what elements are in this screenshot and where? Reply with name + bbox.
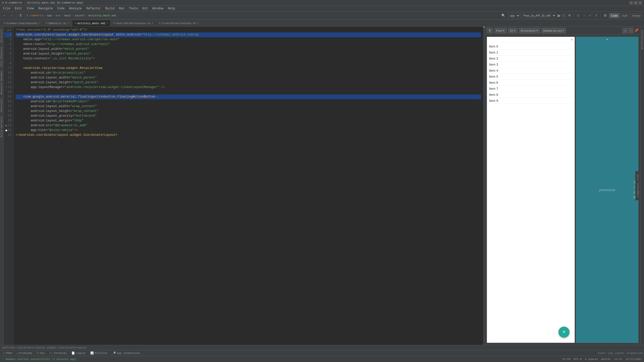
line-21-num: ▶ 21 [5, 123, 12, 128]
menu-tools[interactable]: Tools [127, 6, 140, 11]
menu-code[interactable]: Code [55, 6, 67, 11]
menu-run[interactable]: Run [117, 6, 127, 11]
code-line-21: android:src="@drawable/ic_add" [16, 123, 481, 128]
preview-item-4: Item 4 [489, 68, 573, 74]
project-name: E-commerce [27, 14, 43, 17]
tab-close-db-module[interactable]: × [68, 22, 69, 25]
toolbar-sep-path4: > [72, 14, 74, 17]
sidebar-structure[interactable]: Structure [0, 28, 3, 44]
menu-git[interactable]: Git [141, 6, 150, 11]
tab-close-search-order[interactable]: × [152, 22, 153, 25]
back-button[interactable]: ← [2, 13, 8, 19]
code-line-13: app:layoutManager="androidx.recyclerview… [16, 85, 481, 90]
bottom-tab-todo[interactable]: ☐ TODO [1, 351, 14, 355]
menu-window[interactable]: Window [150, 6, 165, 11]
menu-help[interactable]: Help [166, 6, 177, 11]
blueprint-product-list-label: productList [599, 188, 615, 192]
device-select[interactable]: Pixel_3a_API_30_x86 [521, 13, 556, 18]
line-5-num: 5 [5, 47, 12, 52]
push-btn[interactable]: ⇧ [594, 13, 599, 19]
menu-refactor[interactable]: Refactor [84, 6, 103, 11]
tab-label-search-order: SearchOrderUseCase.kt [116, 22, 151, 25]
bottom-tab-app-inspection[interactable]: 🔎 App Inspection [110, 351, 142, 355]
project-sidebar: Structure Pull Requests Resource Manager… [0, 27, 4, 345]
title-bar: ◆ E-commerce - activity_main.xml [E-comm… [0, 0, 644, 6]
tab-close-create-order[interactable]: × [197, 22, 199, 25]
toolbar-sep-1 [16, 13, 16, 18]
layout-inspection-label[interactable]: Layout Inspection [615, 352, 643, 355]
kotlin-icon-2: K [46, 22, 47, 25]
preview-locale-btn[interactable]: Default (en-us) ▼ [542, 28, 566, 33]
search-everywhere-btn[interactable]: 🔍 [500, 13, 507, 19]
menu-edit[interactable]: Edit [13, 6, 24, 11]
title-bar-controls[interactable]: – □ ✕ [629, 1, 642, 5]
recent-files-button[interactable]: ☰ [18, 13, 23, 19]
line-15-num: 15 [5, 95, 12, 99]
toolbar-sep-path3: > [62, 14, 63, 17]
preview-api-btn[interactable]: 31 ▼ [508, 28, 517, 33]
line-19-num: 19 [5, 114, 12, 118]
sidebar-build-variants[interactable]: Build Variants [0, 115, 3, 139]
main-content: Structure Pull Requests Resource Manager… [0, 27, 644, 345]
menu-navigate[interactable]: Navigate [36, 6, 55, 11]
git-btn[interactable]: ⬠ [576, 13, 581, 19]
view-split-btn[interactable]: Split [620, 13, 629, 18]
tab-close-activity-main[interactable]: × [106, 22, 108, 25]
view-code-btn[interactable]: Code [609, 13, 619, 18]
tab-db-module[interactable]: K DBModule.kt × [43, 20, 72, 26]
sidebar-resource-manager[interactable]: Resource Manager [0, 69, 3, 96]
toolbar-sep-4 [600, 13, 601, 18]
blueprint-preview: ▲ productList + - □ ↻ [576, 37, 638, 343]
sidebar-pull-requests[interactable]: Pull Requests [0, 45, 3, 68]
menu-view[interactable]: View [25, 6, 36, 11]
menu-build[interactable]: Build [103, 6, 116, 11]
right-tab-notifications[interactable]: Notifications [640, 28, 644, 51]
date-text: 12/11/2021 [625, 358, 642, 361]
logcat-icon: 📄 [71, 351, 75, 355]
active-file-name: activity_main.xml [88, 14, 116, 17]
tab-search-order[interactable]: K SearchOrderUseCase.kt × [111, 20, 156, 26]
line-23-num: 23 [5, 133, 12, 138]
profile-btn[interactable]: ⚙ [567, 13, 572, 19]
debug-button[interactable]: 🇰 [562, 14, 566, 18]
indentation-text: 4 spaces [585, 358, 598, 361]
menu-bar: File Edit View Navigate Code Analyze Ref… [0, 6, 644, 12]
close-button[interactable]: ✕ [638, 1, 642, 5]
fab-button[interactable]: + [558, 327, 570, 338]
preview-zoom-in[interactable]: + [623, 28, 628, 33]
tab-close-ecommerce-db[interactable]: × [39, 22, 40, 25]
bottom-tab-git[interactable]: ⬠ Git [35, 351, 47, 355]
preview-settings-btn[interactable]: ⚙ [487, 28, 493, 33]
tab-ecommerce-db[interactable]: K EcommerceDatabaseKt × [1, 20, 43, 26]
toolbar-sep-2 [25, 13, 25, 18]
minimize-button[interactable]: – [629, 1, 633, 5]
menu-analyze[interactable]: Analyze [67, 6, 84, 11]
bottom-tab-logcat[interactable]: 📄 Logcat [69, 351, 88, 355]
preview-device-btn[interactable]: Pixel ▼ [494, 28, 507, 33]
toolbar-sep-path5: > [86, 14, 87, 17]
tab-create-order[interactable]: K CreateOrderUseCase.kt × [156, 20, 202, 26]
event-log-label[interactable]: Event Log [598, 352, 613, 355]
bottom-tab-terminal[interactable]: >_ Terminal [48, 351, 69, 355]
preview-item-5: Item 5 [489, 74, 573, 80]
bottom-tab-problems[interactable]: ⚠ Problems [15, 351, 34, 355]
sidebar-favorites[interactable]: Favorites [0, 97, 3, 114]
code-content[interactable]: <?xml version="1.0" encoding="utf-8"?> <… [14, 27, 483, 345]
code-line-16: android:id="@+id/fabAddProduct" [16, 99, 481, 104]
tab-activity-main[interactable]: X activity_main.xml × [72, 20, 111, 26]
encoding-text: UTF-8 [574, 358, 582, 361]
preview-project-btn[interactable]: Ecommerce ▼ [519, 28, 540, 33]
update-btn[interactable]: ↑ [582, 13, 587, 19]
maximize-button[interactable]: □ [634, 1, 637, 5]
menu-file[interactable]: File [1, 6, 12, 11]
bottom-tab-profiler[interactable]: 📊 Profiler [88, 351, 110, 355]
forward-button[interactable]: → [9, 13, 15, 19]
component-tree-label[interactable]: Component Tree [636, 172, 640, 199]
commit-btn[interactable]: ✓ [587, 13, 593, 19]
view-design-btn[interactable]: Design [630, 13, 642, 18]
run-config-select[interactable]: app [508, 13, 520, 18]
preview-item-7: Item 7 [489, 86, 573, 92]
settings-btn[interactable]: ⚙ [602, 13, 608, 19]
run-button[interactable]: ▶ [557, 13, 561, 18]
preview-zoom-out[interactable]: - [629, 28, 633, 33]
